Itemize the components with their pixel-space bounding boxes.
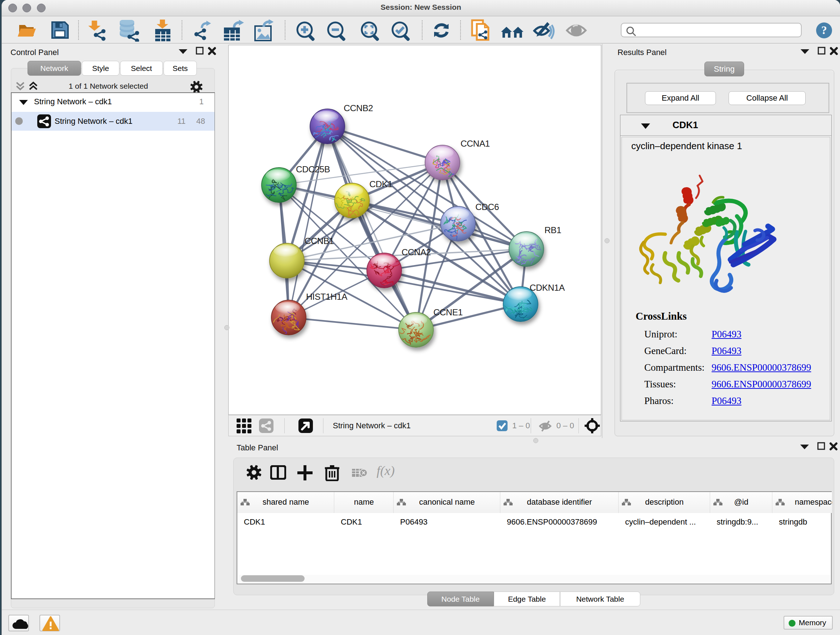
- svg-text:CDK1: CDK1: [369, 179, 393, 189]
- svg-text:CCNA1: CCNA1: [461, 139, 490, 149]
- svg-text:RB1: RB1: [545, 225, 561, 235]
- svg-text:CCNB2: CCNB2: [344, 103, 373, 113]
- svg-text:CCNE1: CCNE1: [433, 307, 463, 317]
- svg-text:CCNB1: CCNB1: [305, 236, 334, 246]
- svg-text:CDC6: CDC6: [475, 202, 499, 212]
- svg-text:HIST1H1A: HIST1H1A: [306, 292, 347, 302]
- svg-text:CDKN1A: CDKN1A: [530, 283, 565, 293]
- svg-text:CCNA2: CCNA2: [401, 247, 431, 257]
- svg-text:CDC25B: CDC25B: [296, 165, 330, 174]
